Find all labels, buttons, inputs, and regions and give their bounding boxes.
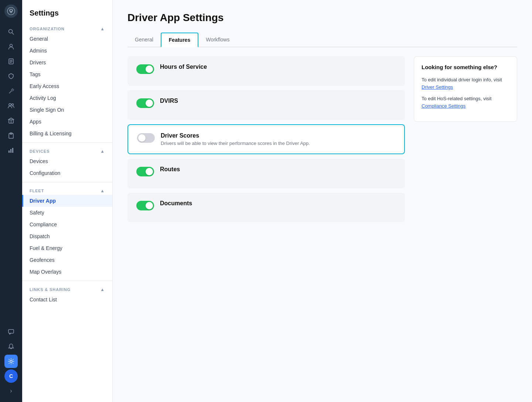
chat-nav-icon[interactable] — [4, 325, 18, 338]
setting-title-routes: Routes — [160, 166, 396, 173]
toggle-thumb-routes — [146, 168, 153, 175]
sidebar-item-apps[interactable]: Apps — [22, 116, 112, 128]
tab-features[interactable]: Features — [161, 33, 198, 47]
setting-title-documents: Documents — [160, 200, 396, 207]
fleet-section-header[interactable]: FLEET ▲ — [22, 185, 112, 195]
divider-2 — [22, 182, 112, 182]
box-nav-icon[interactable] — [4, 114, 18, 127]
bell-nav-icon[interactable] — [4, 340, 18, 353]
sidebar-item-drivers[interactable]: Drivers — [22, 57, 112, 68]
svg-point-19 — [10, 360, 12, 362]
settings-list: Hours of Service DVIRS Driver Scores — [127, 56, 405, 222]
svg-rect-15 — [8, 151, 10, 153]
sidebar-item-devices[interactable]: Devices — [22, 155, 112, 167]
links-sharing-chevron: ▲ — [100, 287, 105, 292]
svg-point-4 — [10, 44, 13, 47]
svg-rect-17 — [12, 148, 13, 153]
svg-point-9 — [9, 104, 11, 106]
info-panel: Looking for something else? To edit indi… — [414, 56, 517, 122]
setting-content-scores: Driver Scores Drivers will be able to vi… — [161, 132, 395, 146]
setting-card-routes: Routes — [127, 159, 405, 188]
sidebar-item-tags[interactable]: Tags — [22, 68, 112, 80]
setting-title-dvirs: DVIRS — [160, 98, 396, 104]
info-panel-text-1: To edit individual driver login info, vi… — [422, 76, 509, 91]
toggle-dvirs[interactable] — [136, 98, 154, 108]
setting-card-documents: Documents — [127, 193, 405, 222]
organization-section-header[interactable]: ORGANIZATION ▲ — [22, 23, 112, 33]
toggle-driver-scores[interactable] — [137, 133, 155, 143]
sidebar-item-map-overlays[interactable]: Map Overlays — [22, 266, 112, 278]
people-nav-icon[interactable] — [4, 99, 18, 112]
devices-chevron: ▲ — [100, 149, 105, 154]
search-nav-icon[interactable] — [4, 25, 18, 38]
svg-line-3 — [12, 33, 14, 35]
sidebar-item-compliance[interactable]: Compliance — [22, 219, 112, 230]
svg-point-10 — [12, 104, 14, 106]
tab-workflows[interactable]: Workflows — [198, 33, 237, 47]
setting-title-scores: Driver Scores — [161, 132, 395, 139]
setting-content-dvirs: DVIRS — [160, 98, 396, 106]
setting-card-hours-of-service: Hours of Service — [127, 56, 405, 86]
sidebar-item-activity-log[interactable]: Activity Log — [22, 92, 112, 104]
sidebar-item-admins[interactable]: Admins — [22, 45, 112, 57]
sidebar-item-geofences[interactable]: Geofences — [22, 254, 112, 266]
person-nav-icon[interactable] — [4, 40, 18, 53]
setting-content-documents: Documents — [160, 200, 396, 208]
content-area: Hours of Service DVIRS Driver Scores — [127, 56, 517, 222]
setting-content-routes: Routes — [160, 166, 396, 174]
sidebar: Settings ORGANIZATION ▲ General Admins D… — [22, 0, 113, 402]
toggle-thumb-hos — [146, 65, 153, 73]
user-avatar-icon[interactable]: C — [4, 369, 18, 383]
driver-settings-link[interactable]: Driver Settings — [422, 84, 453, 90]
svg-rect-18 — [8, 330, 14, 333]
chart-nav-icon[interactable] — [4, 143, 18, 157]
sidebar-item-early-access[interactable]: Early Access — [22, 80, 112, 92]
sidebar-item-safety[interactable]: Safety — [22, 207, 112, 219]
sidebar-item-billing-licensing[interactable]: Billing & Licensing — [22, 128, 112, 139]
sidebar-item-single-sign-on[interactable]: Single Sign On — [22, 104, 112, 116]
expand-icon[interactable]: › — [4, 384, 18, 398]
toggle-hours-of-service[interactable] — [136, 64, 154, 74]
info-panel-title: Looking for something else? — [422, 64, 509, 70]
clipboard-nav-icon[interactable] — [4, 129, 18, 142]
document-nav-icon[interactable] — [4, 55, 18, 68]
divider-3 — [22, 281, 112, 281]
sidebar-item-contact-list[interactable]: Contact List — [22, 294, 112, 305]
info-panel-text-2: To edit HoS-related settings, visit Comp… — [422, 95, 509, 109]
settings-nav-icon[interactable] — [4, 355, 18, 368]
devices-section-header[interactable]: DEVICES ▲ — [22, 146, 112, 155]
links-sharing-section-header[interactable]: LINKS & SHARING ▲ — [22, 284, 112, 294]
toggle-routes[interactable] — [136, 167, 154, 176]
tab-general[interactable]: General — [127, 33, 161, 47]
setting-content-hos: Hours of Service — [160, 64, 396, 72]
setting-card-driver-scores: Driver Scores Drivers will be able to vi… — [127, 124, 405, 154]
main-content: Driver App Settings General Features Wor… — [113, 0, 532, 402]
toggle-thumb-dvirs — [146, 99, 153, 107]
toggle-documents[interactable] — [136, 201, 154, 210]
setting-title-hos: Hours of Service — [160, 64, 396, 70]
wrench-nav-icon[interactable] — [4, 84, 18, 98]
sidebar-item-configuration[interactable]: Configuration — [22, 167, 112, 179]
divider-1 — [22, 142, 112, 143]
fleet-chevron: ▲ — [100, 188, 105, 193]
sidebar-item-dispatch[interactable]: Dispatch — [22, 230, 112, 242]
svg-rect-16 — [10, 149, 11, 153]
svg-point-1 — [10, 10, 12, 11]
tabs-bar: General Features Workflows — [127, 33, 517, 47]
sidebar-item-fuel-energy[interactable]: Fuel & Energy — [22, 242, 112, 254]
toggle-thumb-scores — [138, 134, 146, 142]
sidebar-item-driver-app[interactable]: Driver App — [22, 195, 112, 207]
setting-card-dvirs: DVIRS — [127, 90, 405, 120]
compliance-settings-link[interactable]: Compliance Settings — [422, 103, 466, 109]
app-logo[interactable] — [4, 4, 18, 18]
organization-chevron: ▲ — [100, 26, 105, 31]
shield-nav-icon[interactable] — [4, 70, 18, 83]
setting-desc-scores: Drivers will be able to view their perfo… — [161, 141, 395, 146]
page-title: Driver App Settings — [127, 12, 517, 24]
sidebar-title: Settings — [22, 6, 112, 23]
toggle-thumb-documents — [146, 202, 153, 209]
sidebar-item-general[interactable]: General — [22, 33, 112, 45]
icon-nav: C › — [0, 0, 22, 402]
